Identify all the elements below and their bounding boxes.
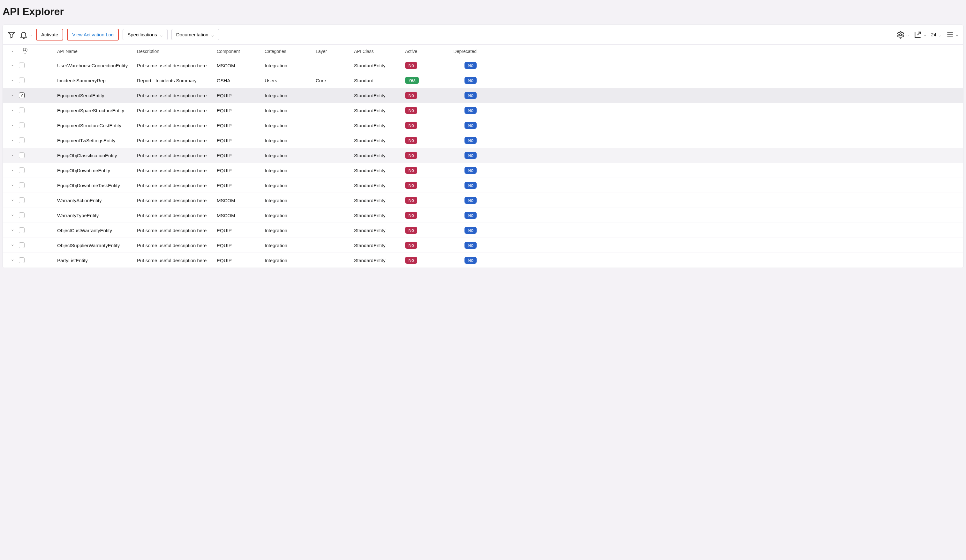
row-menu-button[interactable] [31, 167, 44, 173]
row-checkbox[interactable] [19, 167, 25, 173]
table-row[interactable]: IncidentsSummeryRepReport - Incidents Su… [3, 73, 963, 88]
gear-icon [896, 31, 905, 39]
view-activation-log-button[interactable]: View Activation Log [67, 29, 119, 41]
row-checkbox[interactable] [19, 77, 25, 83]
table-row[interactable]: WarrantyTypeEntityPut some useful descri… [3, 208, 963, 223]
table-row[interactable]: EquipmentStructureCostEntityPut some use… [3, 118, 963, 133]
row-menu-button[interactable] [31, 138, 44, 143]
row-menu-button[interactable] [31, 228, 44, 233]
row-checkbox[interactable] [19, 123, 25, 128]
row-menu-button[interactable] [31, 197, 44, 203]
svg-point-12 [38, 96, 38, 97]
col-active[interactable]: Active [405, 49, 450, 54]
page-size-dropdown[interactable]: 24 [931, 32, 941, 37]
deprecated-badge: No [465, 227, 476, 234]
col-component[interactable]: Component [217, 49, 264, 54]
row-checkbox[interactable] [19, 257, 25, 263]
col-layer[interactable]: Layer [316, 49, 354, 54]
active-badge: No [405, 107, 417, 114]
row-expand-toggle[interactable] [6, 198, 19, 202]
table-row[interactable]: WarrantyActionEntityPut some useful desc… [3, 193, 963, 208]
table-row[interactable]: EquipmentTwSettingsEntityPut some useful… [3, 133, 963, 148]
row-checkbox[interactable] [19, 62, 25, 68]
filter-icon[interactable] [7, 31, 16, 39]
table-row[interactable]: UserWarehouseConnectionEntityPut some us… [3, 58, 963, 73]
row-expand-toggle[interactable] [6, 169, 19, 172]
table-row[interactable]: PartyListEntityPut some useful descripti… [3, 253, 963, 268]
svg-point-38 [38, 230, 38, 231]
specifications-label: Specifications [127, 32, 157, 37]
cell-categories: Users [264, 78, 316, 83]
specifications-dropdown[interactable]: Specifications [123, 29, 168, 40]
activate-button[interactable]: Activate [36, 29, 63, 41]
row-checkbox[interactable] [19, 212, 25, 218]
table-row[interactable]: EquipObjDowntimeTaskEntityPut some usefu… [3, 178, 963, 193]
row-expand-toggle[interactable] [6, 228, 19, 232]
col-api-class[interactable]: API Class [354, 49, 405, 54]
row-expand-toggle[interactable] [6, 258, 19, 262]
table-header: (1) API Name Description Component Categ… [3, 45, 963, 58]
cell-description: Put some useful description here [137, 213, 217, 218]
cell-component: EQUIP [217, 258, 264, 263]
svg-point-7 [38, 79, 38, 79]
row-expand-toggle[interactable] [6, 108, 19, 112]
row-checkbox[interactable] [19, 242, 25, 248]
view-mode-dropdown[interactable] [946, 31, 959, 39]
row-menu-button[interactable] [31, 92, 44, 98]
row-menu-button[interactable] [31, 123, 44, 128]
selection-count[interactable]: (1) [19, 47, 31, 55]
notifications-dropdown[interactable] [20, 31, 32, 39]
row-menu-button[interactable] [31, 212, 44, 218]
expand-all-toggle[interactable] [6, 49, 19, 53]
row-expand-toggle[interactable] [6, 93, 19, 97]
export-dropdown[interactable] [913, 31, 927, 39]
cell-description: Report - Incidents Summary [137, 78, 217, 83]
table-row[interactable]: EquipObjDowntimeEntityPut some useful de… [3, 163, 963, 178]
cell-api-class: StandardEntity [354, 123, 405, 128]
row-checkbox[interactable] [19, 228, 25, 233]
col-api-name[interactable]: API Name [57, 49, 137, 54]
row-menu-button[interactable] [31, 182, 44, 188]
svg-point-27 [38, 171, 38, 172]
table-row[interactable]: ObjectSupplierWarrantyEntityPut some use… [3, 238, 963, 253]
selection-count-value: (1) [23, 47, 28, 52]
active-badge: No [405, 122, 417, 129]
row-menu-button[interactable] [31, 108, 44, 113]
row-checkbox[interactable] [19, 108, 25, 113]
row-menu-button[interactable] [31, 62, 44, 68]
row-expand-toggle[interactable] [6, 64, 19, 67]
row-expand-toggle[interactable] [6, 183, 19, 187]
row-menu-button[interactable] [31, 152, 44, 158]
col-deprecated[interactable]: Deprecated [450, 49, 478, 54]
table-row[interactable]: EquipmentSerialEntityPut some useful des… [3, 88, 963, 103]
cell-categories: Integration [264, 108, 316, 113]
row-menu-button[interactable] [31, 77, 44, 83]
table-row[interactable]: EquipmentSpareStructureEntityPut some us… [3, 103, 963, 118]
row-checkbox[interactable] [19, 197, 25, 203]
deprecated-badge: No [465, 92, 476, 99]
row-checkbox[interactable] [19, 92, 25, 98]
row-checkbox[interactable] [19, 152, 25, 158]
row-expand-toggle[interactable] [6, 138, 19, 142]
cell-description: Put some useful description here [137, 153, 217, 158]
documentation-dropdown[interactable]: Documentation [171, 29, 219, 40]
col-description[interactable]: Description [137, 49, 217, 54]
cell-component: OSHA [217, 78, 264, 83]
cell-component: EQUIP [217, 168, 264, 173]
cell-categories: Integration [264, 213, 316, 218]
row-expand-toggle[interactable] [6, 213, 19, 217]
row-menu-button[interactable] [31, 242, 44, 248]
row-expand-toggle[interactable] [6, 123, 19, 127]
settings-dropdown[interactable] [896, 31, 909, 39]
row-checkbox[interactable] [19, 138, 25, 143]
col-categories[interactable]: Categories [264, 49, 316, 54]
row-expand-toggle[interactable] [6, 79, 19, 82]
row-menu-button[interactable] [31, 257, 44, 263]
row-expand-toggle[interactable] [6, 243, 19, 247]
cell-api-class: StandardEntity [354, 213, 405, 218]
cell-component: EQUIP [217, 93, 264, 98]
table-row[interactable]: EquipObjClassificationEntityPut some use… [3, 148, 963, 163]
table-row[interactable]: ObjectCustWarrantyEntityPut some useful … [3, 223, 963, 238]
row-checkbox[interactable] [19, 182, 25, 188]
row-expand-toggle[interactable] [6, 153, 19, 157]
